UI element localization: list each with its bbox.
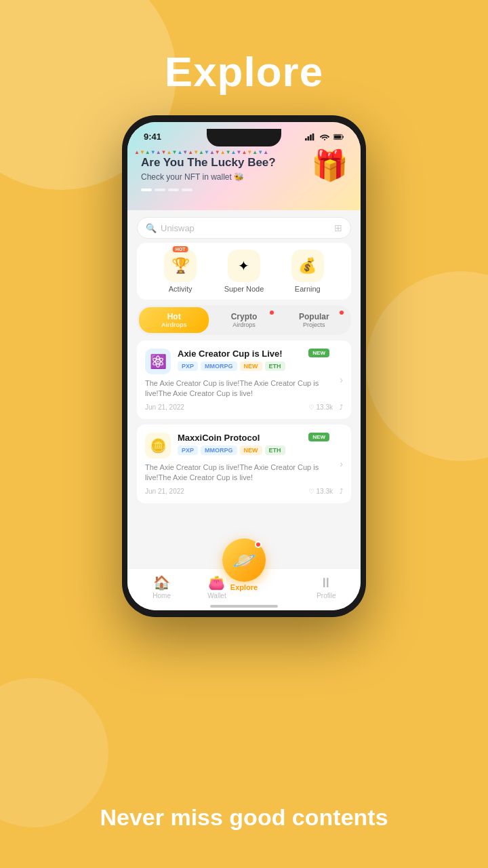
earning-icon: 💰 [298, 257, 317, 275]
bottom-nav: 🏠 Home 👛 Wallet ⏸ Profile 🪐 Explore [127, 568, 361, 610]
earning-icon-wrap: 💰 [291, 250, 324, 282]
share-icon-1[interactable]: ⤴ [340, 403, 343, 411]
tag-new-2: NEW [240, 446, 262, 455]
nav-profile[interactable]: ⏸ Profile [299, 575, 354, 599]
wifi-icon [319, 133, 330, 141]
explore-fab-label: Explore [230, 583, 258, 591]
tab-crypto-dot [270, 311, 274, 315]
page-subtitle: Never miss good contents [0, 804, 488, 831]
qr-icon[interactable]: ⊞ [334, 222, 342, 233]
svg-rect-5 [342, 136, 343, 138]
card-maxxi-likes[interactable]: ♡ 13.3k [308, 488, 333, 495]
svg-rect-2 [310, 134, 312, 140]
card-maxxi-date: Jun 21, 2022 [145, 488, 184, 495]
banner-dot-2[interactable] [155, 189, 165, 191]
card-axie-actions: ♡ 13.3k ⤴ [308, 403, 343, 411]
heart-icon-1: ♡ [308, 403, 314, 411]
card-maxxi-actions: ♡ 13.3k ⤴ [308, 488, 343, 495]
content-list: ⚛️ Axie Creator Cup is Live! PXP MMORPG … [127, 340, 361, 568]
quick-item-earning[interactable]: 💰 Earning [291, 250, 324, 293]
quick-item-supernode[interactable]: ✦ Super Node [224, 250, 264, 293]
filter-tabs: Hot Airdrops Crypto Airdrops Popular Pro… [137, 305, 351, 335]
activity-icon: 🏆 [171, 257, 190, 275]
nav-wallet-label: Wallet [207, 592, 226, 599]
tab-crypto-sub: Airdrops [211, 321, 276, 328]
card-maxxi[interactable]: 🪙 MaxxiCoin Protocol PXP MMORPG NEW ETH … [137, 425, 351, 503]
svg-rect-3 [312, 133, 314, 140]
explore-planet-icon: 🪐 [232, 549, 256, 572]
home-indicator [210, 605, 278, 608]
card-axie-footer: Jun 21, 2022 ♡ 13.3k ⤴ [145, 403, 343, 411]
search-bar: 🔍 Uniswap ⊞ [137, 217, 351, 239]
phone-frame: 9:41 [122, 115, 366, 617]
svg-rect-6 [334, 135, 341, 138]
card-maxxi-desc: The Axie Creator Cup is live!The Axie Cr… [145, 462, 343, 484]
supernode-icon: ✦ [238, 258, 249, 274]
card-axie-desc: The Axie Creator Cup is live!The Axie Cr… [145, 378, 343, 399]
search-input[interactable]: Uniswap [161, 223, 334, 233]
chevron-right-icon-2: › [340, 458, 343, 469]
tag-eth-2: ETH [265, 446, 285, 455]
phone-screen: 9:41 [127, 122, 361, 610]
card-maxxi-avatar: 🪙 [145, 433, 171, 458]
page-title: Explore [0, 47, 488, 96]
tag-pxp-1: PXP [178, 361, 198, 371]
nav-explore-fab[interactable]: 🪐 Explore [222, 538, 266, 591]
nav-home[interactable]: 🏠 Home [134, 574, 189, 599]
nav-home-label: Home [152, 592, 171, 599]
banner-dot-1[interactable] [141, 189, 152, 191]
tag-eth-1: ETH [265, 361, 285, 371]
bg-circle-mid [366, 271, 488, 461]
tab-popular-dot [340, 311, 344, 315]
explore-fab-circle: 🪐 [222, 538, 266, 582]
battery-icon [333, 133, 344, 141]
card-maxxi-tags: PXP MMORPG NEW ETH [178, 446, 343, 455]
tag-new-1: NEW [240, 361, 262, 371]
hot-badge: HOT [173, 246, 188, 252]
heart-icon-2: ♡ [308, 488, 314, 495]
banner-dot-4[interactable] [182, 189, 192, 191]
banner-dot-3[interactable] [168, 189, 179, 191]
svg-rect-1 [308, 136, 310, 140]
banner-gift: 🎁 [311, 151, 348, 180]
card-axie-tags: PXP MMORPG NEW ETH [178, 361, 343, 371]
activity-icon-wrap: 🏆 HOT [164, 250, 197, 282]
tab-crypto[interactable]: Crypto Airdrops [209, 307, 279, 333]
card-axie-date: Jun 21, 2022 [145, 403, 184, 411]
home-icon: 🏠 [153, 574, 170, 591]
status-time: 9:41 [144, 132, 161, 142]
card-axie[interactable]: ⚛️ Axie Creator Cup is Live! PXP MMORPG … [137, 340, 351, 419]
supernode-label: Super Node [224, 285, 264, 293]
tab-hot[interactable]: Hot Airdrops [139, 307, 209, 333]
card-axie-avatar: ⚛️ [145, 349, 171, 374]
notch [207, 129, 281, 146]
tag-mmorpg-2: MMORPG [201, 446, 237, 455]
activity-label: Activity [169, 285, 192, 293]
banner-dots [141, 189, 347, 191]
profile-icon: ⏸ [319, 575, 333, 591]
card-maxxi-likes-count: 13.3k [317, 488, 333, 495]
share-icon-2[interactable]: ⤴ [340, 488, 343, 495]
signal-icon [305, 133, 316, 141]
card-axie-likes[interactable]: ♡ 13.3k [308, 403, 333, 411]
tab-hot-sub: Airdrops [142, 321, 206, 328]
card-maxxi-footer: Jun 21, 2022 ♡ 13.3k ⤴ [145, 488, 343, 495]
supernode-icon-wrap: ✦ [228, 250, 260, 282]
tab-crypto-main: Crypto [211, 312, 276, 321]
new-badge-2: NEW [308, 433, 329, 441]
tag-mmorpg-1: MMORPG [201, 361, 237, 371]
tab-popular[interactable]: Popular Projects [279, 307, 349, 333]
new-badge-1: NEW [308, 349, 329, 357]
card-axie-likes-count: 13.3k [317, 403, 333, 411]
quick-menu: 🏆 HOT Activity ✦ Super Node 💰 Earning [137, 243, 351, 300]
explore-fab-dot [255, 541, 262, 548]
svg-rect-0 [305, 138, 307, 140]
earning-label: Earning [295, 285, 321, 293]
tab-hot-main: Hot [142, 312, 206, 321]
search-icon: 🔍 [146, 223, 157, 233]
tab-popular-main: Popular [282, 312, 346, 321]
quick-item-activity[interactable]: 🏆 HOT Activity [164, 250, 197, 293]
tab-popular-sub: Projects [282, 321, 346, 328]
tag-pxp-2: PXP [178, 446, 198, 455]
status-icons [305, 133, 344, 141]
